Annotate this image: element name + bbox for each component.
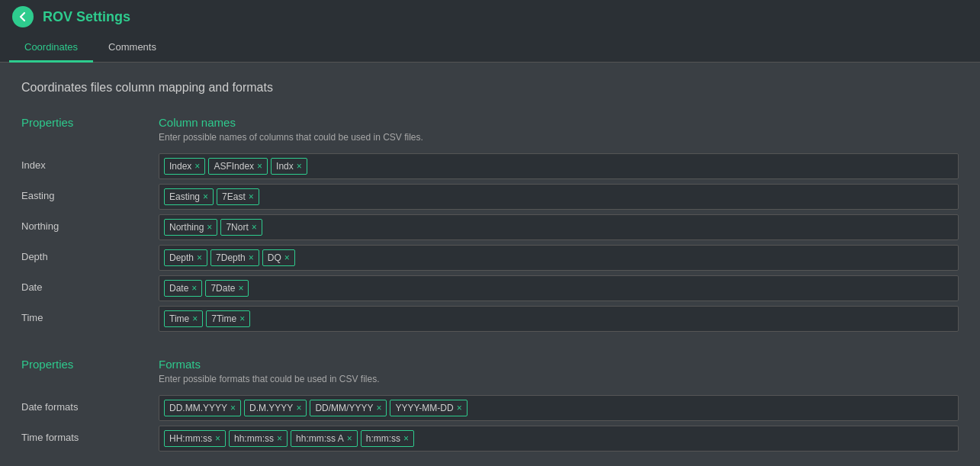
tag-time-1: 7Time×	[206, 310, 250, 327]
tag-northing-0: Northing×	[164, 219, 217, 236]
field-row-date: Date Date× 7Date×	[21, 275, 959, 301]
tag-remove[interactable]: ×	[215, 434, 220, 443]
field-row-northing: Northing Northing× 7Nort×	[21, 214, 959, 240]
tag-remove[interactable]: ×	[249, 192, 254, 201]
tag-remove[interactable]: ×	[239, 314, 245, 323]
tag-timefmt-0: HH:mm:ss×	[164, 430, 226, 447]
field-row-depth: Depth Depth× 7Depth× DQ×	[21, 245, 959, 271]
tag-remove[interactable]: ×	[197, 253, 202, 262]
tag-input-depth[interactable]: Depth× 7Depth× DQ×	[159, 245, 959, 271]
column-names-left: Properties	[21, 116, 159, 153]
label-date-formats: Date formats	[21, 395, 159, 413]
tag-input-time[interactable]: Time× 7Time×	[159, 306, 959, 332]
tag-remove[interactable]: ×	[257, 162, 262, 171]
formats-section: Properties Formats Enter possible format…	[21, 358, 959, 395]
tag-datefmt-1: D.M.YYYY×	[244, 400, 307, 416]
tag-timefmt-3: h:mm:ss×	[361, 430, 414, 447]
tag-datefmt-2: DD/MM/YYYY×	[310, 400, 387, 416]
tag-northing-1: 7Nort×	[220, 219, 262, 236]
tag-input-easting[interactable]: Easting× 7East×	[159, 184, 959, 210]
tag-date-0: Date×	[164, 280, 202, 297]
tag-input-index[interactable]: Index× ASFIndex× Indx×	[159, 153, 959, 179]
tag-index-1: ASFIndex×	[208, 158, 268, 175]
field-row-easting: Easting Easting× 7East×	[21, 184, 959, 210]
tag-depth-0: Depth×	[164, 249, 207, 266]
label-depth: Depth	[21, 245, 159, 262]
formats-right: Formats Enter possible formats that coul…	[159, 358, 959, 395]
tag-remove[interactable]: ×	[277, 434, 282, 443]
tag-remove[interactable]: ×	[207, 223, 212, 232]
tag-input-northing[interactable]: Northing× 7Nort×	[159, 214, 959, 240]
properties-label-1: Properties	[21, 116, 159, 129]
content-title: Coordinates files column mapping and for…	[21, 81, 959, 95]
tag-depth-1: 7Depth×	[210, 249, 259, 266]
tag-timefmt-1: hh:mm:ss×	[229, 430, 288, 447]
tag-remove[interactable]: ×	[238, 284, 243, 293]
tag-depth-2: DQ×	[262, 249, 295, 266]
tag-remove[interactable]: ×	[203, 192, 208, 201]
tag-input-time-formats[interactable]: HH:mm:ss× hh:mm:ss× hh:mm:ss A× h:mm:ss×	[159, 426, 959, 452]
main-content: Coordinates files column mapping and for…	[0, 63, 980, 466]
formats-left: Properties	[21, 358, 159, 395]
tag-remove[interactable]: ×	[194, 162, 200, 171]
tag-easting-0: Easting×	[164, 188, 214, 205]
column-names-desc: Enter possible names of columns that cou…	[159, 132, 959, 143]
tag-remove[interactable]: ×	[284, 253, 290, 262]
page-title: ROV Settings	[43, 9, 130, 25]
tag-date-1: 7Date×	[205, 280, 249, 297]
tag-remove[interactable]: ×	[297, 162, 302, 171]
formats-label: Formats	[159, 358, 959, 371]
field-row-time-formats: Time formats HH:mm:ss× hh:mm:ss× hh:mm:s…	[21, 426, 959, 452]
label-index: Index	[21, 153, 159, 171]
tag-remove[interactable]: ×	[347, 434, 352, 443]
label-date: Date	[21, 275, 159, 293]
back-button[interactable]	[12, 6, 34, 27]
tag-index-0: Index×	[164, 158, 205, 175]
tag-remove[interactable]: ×	[296, 403, 301, 413]
tag-remove[interactable]: ×	[252, 223, 257, 232]
header: ROV Settings	[0, 0, 980, 34]
tag-remove[interactable]: ×	[376, 403, 381, 413]
field-row-time: Time Time× 7Time×	[21, 306, 959, 332]
tag-timefmt-2: hh:mm:ss A×	[291, 430, 358, 447]
tag-remove[interactable]: ×	[457, 403, 462, 413]
tag-index-2: Indx×	[271, 158, 307, 175]
formats-desc: Enter possible formats that could be use…	[159, 374, 959, 384]
properties-label-2: Properties	[21, 358, 159, 371]
label-northing: Northing	[21, 214, 159, 232]
column-names-right: Column names Enter possible names of col…	[159, 116, 959, 153]
tag-remove[interactable]: ×	[403, 434, 409, 443]
tabs-bar: Coordinates Comments	[0, 34, 980, 63]
tag-input-date-formats[interactable]: DD.MM.YYYY× D.M.YYYY× DD/MM/YYYY× YYYY-M…	[159, 395, 959, 421]
tag-time-0: Time×	[164, 310, 203, 327]
column-names-section: Properties Column names Enter possible n…	[21, 116, 959, 153]
label-time: Time	[21, 306, 159, 323]
tag-remove[interactable]: ×	[249, 253, 254, 262]
tag-easting-1: 7East×	[217, 188, 259, 205]
tag-remove[interactable]: ×	[192, 314, 198, 323]
tag-datefmt-0: DD.MM.YYYY×	[164, 400, 241, 416]
tab-coordinates[interactable]: Coordinates	[9, 34, 93, 63]
field-row-index: Index Index× ASFIndex× Indx×	[21, 153, 959, 179]
field-row-date-formats: Date formats DD.MM.YYYY× D.M.YYYY× DD/MM…	[21, 395, 959, 421]
tag-remove[interactable]: ×	[230, 403, 236, 413]
tag-input-date[interactable]: Date× 7Date×	[159, 275, 959, 301]
tag-datefmt-3: YYYY-MM-DD×	[390, 400, 467, 416]
tag-remove[interactable]: ×	[191, 284, 197, 293]
column-names-label: Column names	[159, 116, 959, 129]
tab-comments[interactable]: Comments	[93, 34, 172, 63]
label-easting: Easting	[21, 184, 159, 201]
label-time-formats: Time formats	[21, 426, 159, 443]
